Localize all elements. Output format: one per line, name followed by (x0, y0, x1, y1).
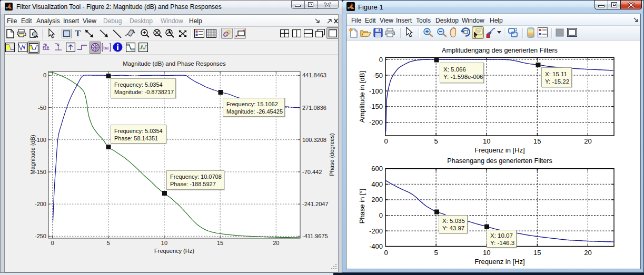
svg-text:0: 0 (51, 240, 54, 246)
svg-text:441.8463: 441.8463 (302, 72, 326, 78)
svg-text:15: 15 (533, 137, 541, 145)
svg-text:-100: -100 (35, 137, 46, 143)
svg-text:-411.9675: -411.9675 (302, 233, 328, 239)
svg-text:Phasengang des generierten Fil: Phasengang des generierten Filters (447, 157, 552, 165)
svg-text:0: 0 (384, 137, 388, 145)
svg-text:10: 10 (161, 240, 167, 246)
svg-text:-150: -150 (35, 169, 46, 175)
svg-text:200: 200 (371, 196, 383, 203)
svg-text:Phase in [°]: Phase in [°] (358, 189, 366, 224)
svg-text:600: 600 (371, 165, 383, 172)
svg-text:-100: -100 (369, 87, 383, 95)
svg-text:-400: -400 (369, 242, 383, 250)
svg-text:400: 400 (371, 180, 383, 188)
svg-text:dφ: dφ (43, 43, 47, 46)
svg-text:5: 5 (434, 137, 438, 145)
svg-text:ba: ba (103, 45, 108, 50)
svg-text:20: 20 (584, 137, 591, 145)
svg-text:Phase (degrees): Phase (degrees) (329, 133, 335, 176)
svg-text:Frequenz in [Hz]: Frequenz in [Hz] (474, 258, 524, 266)
svg-text:271.0836: 271.0836 (302, 105, 326, 111)
svg-text:-50: -50 (38, 105, 46, 111)
svg-text:-50: -50 (373, 72, 383, 79)
svg-text:-250: -250 (35, 233, 46, 239)
svg-text:Frequency (Hz): Frequency (Hz) (154, 248, 194, 254)
svg-text:10: 10 (483, 137, 490, 145)
svg-text:-200: -200 (35, 201, 46, 207)
svg-text:-70.442: -70.442 (302, 169, 322, 175)
svg-text:20: 20 (584, 249, 591, 257)
svg-text:15: 15 (217, 240, 223, 246)
svg-text:Magnitude (dB) and Phase Respo: Magnitude (dB) and Phase Responses (123, 60, 226, 67)
svg-text:5: 5 (107, 240, 110, 246)
svg-text:-150: -150 (369, 103, 383, 110)
svg-text:Magnitude (dB): Magnitude (dB) (29, 135, 36, 174)
svg-text:-241.2047: -241.2047 (302, 201, 329, 207)
svg-text:Amplitude in [dB]: Amplitude in [dB] (358, 71, 366, 123)
svg-text:0: 0 (384, 249, 388, 257)
svg-text:10: 10 (483, 249, 490, 257)
svg-text:20: 20 (273, 240, 279, 246)
svg-text:-200: -200 (369, 118, 383, 126)
svg-text:100.3208: 100.3208 (302, 137, 326, 143)
svg-text:0: 0 (379, 211, 383, 219)
svg-text:5: 5 (434, 249, 438, 257)
svg-text:15: 15 (533, 249, 541, 257)
svg-text:Amplitudengang des generierten: Amplitudengang des generierten Filters (442, 47, 558, 54)
svg-text:0: 0 (379, 56, 383, 64)
svg-text:Frequenz in [Hz]: Frequenz in [Hz] (474, 146, 524, 154)
svg-text:-200: -200 (369, 227, 383, 235)
svg-text:0: 0 (43, 72, 46, 78)
